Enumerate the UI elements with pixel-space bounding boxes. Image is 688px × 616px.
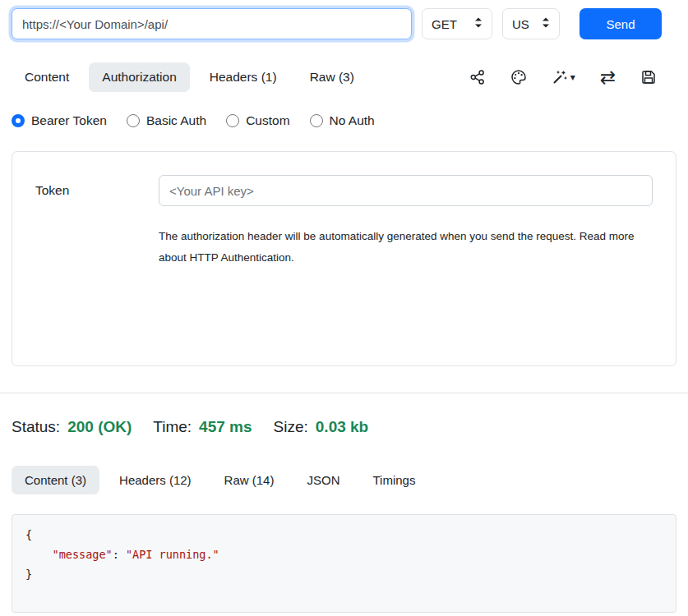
api-client-page: GET US Send Content Authorization Header… bbox=[0, 0, 688, 613]
auth-option-custom[interactable]: Custom bbox=[226, 113, 289, 128]
tab-raw[interactable]: Raw (3) bbox=[297, 62, 367, 92]
auth-option-bearer-token[interactable]: Bearer Token bbox=[12, 113, 107, 128]
method-select-value: GET bbox=[432, 17, 457, 31]
auth-option-no-auth[interactable]: No Auth bbox=[310, 113, 375, 128]
palette-icon[interactable] bbox=[510, 69, 527, 85]
chevron-down-icon: ▾ bbox=[570, 71, 575, 83]
request-tabs: Content Authorization Headers (1) Raw (3… bbox=[12, 62, 676, 92]
up-down-caret-icon bbox=[474, 16, 483, 31]
save-icon[interactable] bbox=[640, 69, 657, 85]
region-select[interactable]: US bbox=[502, 8, 560, 39]
json-key: "message" bbox=[53, 548, 113, 561]
json-line: { bbox=[25, 525, 663, 545]
swap-arrows-icon[interactable]: ⇄ bbox=[600, 69, 616, 85]
token-help-text: The authorization header will be automat… bbox=[159, 226, 637, 268]
tab-content[interactable]: Content bbox=[12, 62, 82, 92]
share-icon[interactable] bbox=[469, 69, 486, 85]
send-button[interactable]: Send bbox=[579, 8, 662, 39]
tab-authorization[interactable]: Authorization bbox=[89, 62, 189, 92]
auth-option-basic-auth[interactable]: Basic Auth bbox=[127, 113, 206, 128]
request-bar: GET US Send bbox=[12, 8, 676, 39]
token-label: Token bbox=[35, 183, 159, 198]
status-label: Status: bbox=[12, 418, 60, 436]
tab-response-headers[interactable]: Headers (12) bbox=[106, 466, 205, 494]
tab-response-content[interactable]: Content (3) bbox=[12, 466, 99, 494]
status-value: 200 (OK) bbox=[67, 418, 132, 436]
json-string-value: "API running." bbox=[126, 548, 219, 561]
tab-headers[interactable]: Headers (1) bbox=[196, 62, 290, 92]
token-panel: Token The authorization header will be a… bbox=[12, 151, 676, 366]
radio-unchecked-icon[interactable] bbox=[226, 114, 239, 127]
tab-response-timings[interactable]: Timings bbox=[359, 466, 428, 494]
tab-response-raw[interactable]: Raw (14) bbox=[211, 466, 288, 494]
time-value: 457 ms bbox=[199, 418, 252, 436]
auth-option-label: Bearer Token bbox=[31, 113, 107, 128]
up-down-caret-icon bbox=[542, 16, 550, 31]
size-value: 0.03 kb bbox=[316, 418, 368, 436]
time-label: Time: bbox=[153, 418, 192, 436]
url-input[interactable] bbox=[12, 8, 412, 39]
auth-option-label: Basic Auth bbox=[146, 113, 206, 128]
auth-type-options: Bearer Token Basic Auth Custom No Auth bbox=[12, 113, 676, 128]
response-tabs: Content (3) Headers (12) Raw (14) JSON T… bbox=[12, 466, 676, 494]
method-select[interactable]: GET bbox=[422, 8, 492, 39]
region-select-value: US bbox=[512, 17, 529, 31]
radio-checked-icon[interactable] bbox=[12, 114, 25, 127]
size-label: Size: bbox=[274, 418, 308, 436]
json-line: "message": "API running." bbox=[25, 545, 663, 564]
token-input[interactable] bbox=[159, 175, 653, 206]
auth-option-label: Custom bbox=[246, 113, 289, 128]
section-divider bbox=[0, 393, 688, 393]
response-status-bar: Status: 200 (OK) Time: 457 ms Size: 0.03… bbox=[12, 418, 676, 436]
response-body: { "message": "API running."} bbox=[12, 514, 676, 613]
radio-unchecked-icon[interactable] bbox=[310, 114, 323, 127]
magic-wand-icon[interactable]: ▾ bbox=[552, 69, 575, 85]
json-line: } bbox=[25, 564, 663, 584]
tab-response-json[interactable]: JSON bbox=[293, 466, 353, 494]
radio-unchecked-icon[interactable] bbox=[127, 114, 140, 127]
request-toolbar: ▾ ⇄ bbox=[469, 69, 676, 85]
auth-option-label: No Auth bbox=[330, 113, 375, 128]
